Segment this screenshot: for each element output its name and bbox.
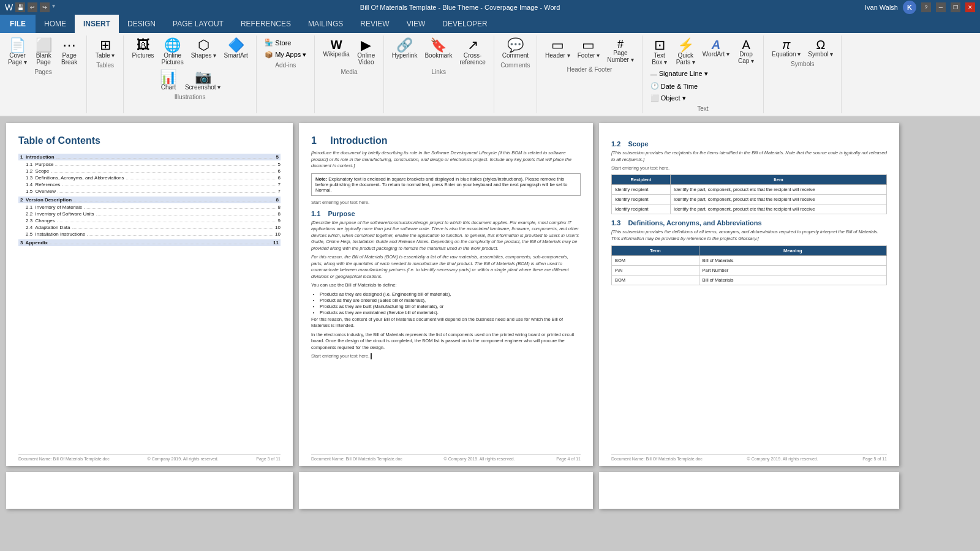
footer-btn[interactable]: ▭ Footer ▾ bbox=[575, 37, 603, 65]
tab-view[interactable]: VIEW bbox=[398, 15, 434, 33]
ribbon-group-text: ⊡ TextBox ▾ ⚡ QuickParts ▾ A WordArt ▾ A… bbox=[643, 36, 764, 113]
table-row: BOM Bill of Materials bbox=[612, 276, 887, 285]
toc-items: 1 Introduction51.1 Purpose51.2 Scope61.3… bbox=[18, 154, 281, 246]
toc-item: 3 Appendix11 bbox=[18, 239, 281, 246]
tab-home[interactable]: HOME bbox=[36, 15, 75, 33]
comment-btn[interactable]: 💬 Comment bbox=[499, 37, 532, 61]
toc-item: 1.4 References7 bbox=[18, 182, 281, 187]
tab-developer[interactable]: DEVELOPER bbox=[434, 15, 496, 33]
user-name: Ivan Walsh bbox=[865, 4, 898, 11]
page-partial-1 bbox=[6, 472, 293, 509]
help-btn[interactable]: ? bbox=[921, 2, 931, 12]
purpose-text5: In the electronics industry, the Bill of… bbox=[311, 332, 581, 351]
online-pictures-btn[interactable]: 🌐 OnlinePictures bbox=[159, 37, 187, 67]
tab-design[interactable]: DESIGN bbox=[119, 15, 164, 33]
ribbon-content: 📄 CoverPage ▾ ⬜ BlankPage ⋯ PageBreak Pa… bbox=[0, 33, 980, 116]
document-area[interactable]: Table of Contents 1 Introduction51.1 Pur… bbox=[0, 117, 980, 551]
doc-row-1: Table of Contents 1 Introduction51.1 Pur… bbox=[6, 123, 974, 466]
table-row: Identify recipient Identify the part, co… bbox=[612, 204, 887, 214]
intro-placeholder: Start entering your text here. bbox=[311, 200, 581, 205]
page-partial-2 bbox=[299, 472, 593, 509]
redo-btn[interactable]: ↪ bbox=[40, 2, 50, 12]
defs-heading: 1.3 Definitions, Acronyms, and Abbreviat… bbox=[611, 219, 887, 227]
purpose-bullets: Products as they are designed (i.e. Engi… bbox=[311, 291, 581, 315]
wordart-btn[interactable]: A WordArt ▾ bbox=[699, 37, 733, 67]
page-break-btn[interactable]: ⋯ PageBreak bbox=[57, 37, 81, 67]
doc-row-2 bbox=[6, 472, 974, 509]
page-number-btn[interactable]: # PageNumber ▾ bbox=[604, 37, 636, 65]
minimize-btn[interactable]: ─ bbox=[936, 2, 946, 12]
cover-page-btn[interactable]: 📄 CoverPage ▾ bbox=[5, 37, 30, 67]
tab-review[interactable]: REVIEW bbox=[352, 15, 398, 33]
pictures-btn[interactable]: 🖼 Pictures bbox=[129, 37, 157, 67]
text-box-btn[interactable]: ⊡ TextBox ▾ bbox=[647, 37, 672, 67]
table-row: Identify recipient Identify the part, co… bbox=[612, 195, 887, 204]
wikipedia-btn[interactable]: W Wikipedia bbox=[320, 37, 352, 67]
shapes-btn[interactable]: ⬡ Shapes ▾ bbox=[188, 37, 220, 67]
restore-btn[interactable]: ❐ bbox=[951, 2, 960, 12]
ribbon-group-media: W Wikipedia ▶ OnlineVideo Media bbox=[315, 36, 383, 113]
toc-item: 2.1 Inventory of Materials8 bbox=[18, 204, 281, 210]
intro-heading: 1 Introduction bbox=[311, 135, 581, 146]
signature-line-btn[interactable]: —Signature Line ▾ bbox=[647, 68, 711, 80]
purpose-text1: [Describe the purpose of the software/co… bbox=[311, 220, 581, 252]
ribbon-group-illustrations: 🖼 Pictures 🌐 OnlinePictures ⬡ Shapes ▾ 🔷… bbox=[124, 36, 257, 113]
intro-text: [Introduce the document by briefly descr… bbox=[311, 150, 581, 170]
toc-item: 1.5 Overview7 bbox=[18, 189, 281, 194]
toc-title: Table of Contents bbox=[18, 135, 281, 146]
scope-placeholder: Start entering your text here. bbox=[611, 165, 887, 171]
hyperlink-btn[interactable]: 🔗 Hyperlink bbox=[389, 37, 421, 67]
ribbon-group-symbols: π Equation ▾ Ω Symbol ▾ Symbols bbox=[764, 36, 842, 113]
screenshot-btn[interactable]: 📷 Screenshot ▾ bbox=[182, 69, 224, 92]
scope-table: Recipient Item Identify recipient Identi… bbox=[611, 174, 887, 214]
undo-btn[interactable]: ↩ bbox=[28, 2, 37, 12]
table-btn[interactable]: ⊞ Table ▾ bbox=[92, 37, 118, 61]
ribbon-group-comments: 💬 Comment Comments bbox=[494, 36, 537, 113]
object-btn[interactable]: ⬜Object ▾ bbox=[647, 92, 711, 104]
online-video-btn[interactable]: ▶ OnlineVideo bbox=[354, 37, 379, 67]
toc-item: 2 Version Description8 bbox=[18, 197, 281, 203]
ribbon-group-links: 🔗 Hyperlink 🔖 Bookmark ↗ Cross-reference… bbox=[384, 36, 494, 113]
ribbon-tabs: FILE HOME INSERT DESIGN PAGE LAYOUT REFE… bbox=[0, 15, 980, 33]
table-row: BOM Bill of Materials bbox=[612, 256, 887, 266]
toc-item: 1.3 Definitions, Acronyms, and Abbreviat… bbox=[18, 175, 281, 181]
user-avatar: K bbox=[903, 1, 916, 14]
chart-btn[interactable]: 📊 Chart bbox=[156, 69, 181, 92]
scope-page: 1.2 Scope [This subsection provides the … bbox=[599, 123, 899, 466]
close-btn[interactable]: ✕ bbox=[965, 2, 975, 12]
header-btn[interactable]: ▭ Header ▾ bbox=[542, 37, 573, 65]
scope-intro: [This subsection provides the recipients… bbox=[611, 150, 887, 163]
my-apps-btn[interactable]: 📦 My Apps ▾ bbox=[262, 49, 309, 61]
tab-page-layout[interactable]: PAGE LAYOUT bbox=[164, 15, 232, 33]
quick-parts-btn[interactable]: ⚡ QuickParts ▾ bbox=[673, 37, 698, 67]
quick-save-btn[interactable]: 💾 bbox=[15, 2, 25, 12]
toc-page-footer: Document Name: Bill Of Materials Templat… bbox=[18, 454, 281, 461]
toc-item: 1 Introduction5 bbox=[18, 154, 281, 160]
tab-mailings[interactable]: MAILINGS bbox=[300, 15, 352, 33]
scope-heading: 1.2 Scope bbox=[611, 140, 887, 148]
tab-references[interactable]: REFERENCES bbox=[232, 15, 300, 33]
intro-note: Note: Explanatory text is enclosed in sq… bbox=[311, 173, 581, 196]
equation-btn[interactable]: π Equation ▾ bbox=[769, 37, 804, 59]
scope-page-footer: Document Name: Bill Of Materials Templat… bbox=[611, 454, 887, 461]
toc-page: Table of Contents 1 Introduction51.1 Pur… bbox=[6, 123, 293, 466]
ribbon-group-pages: 📄 CoverPage ▾ ⬜ BlankPage ⋯ PageBreak Pa… bbox=[0, 36, 87, 113]
defs-table: Term Meaning BOM Bill of Materials P/N P… bbox=[611, 246, 887, 285]
symbol-btn[interactable]: Ω Symbol ▾ bbox=[805, 37, 836, 59]
tab-file[interactable]: FILE bbox=[0, 15, 36, 33]
dropcap-btn[interactable]: A DropCap ▾ bbox=[734, 37, 758, 67]
ribbon-group-addins: 🏪 Store 📦 My Apps ▾ Add-ins bbox=[257, 36, 315, 113]
ribbon-group-tables: ⊞ Table ▾ Tables bbox=[87, 36, 124, 113]
date-time-btn[interactable]: 🕐Date & Time bbox=[647, 80, 711, 92]
purpose-text4: For this reason, the content of your Bil… bbox=[311, 317, 581, 329]
smartart-btn[interactable]: 🔷 SmartArt bbox=[221, 37, 251, 67]
bookmark-btn[interactable]: 🔖 Bookmark bbox=[421, 37, 455, 67]
toc-item: 2.3 Changes9 bbox=[18, 218, 281, 223]
defs-intro: [This subsection provides the definition… bbox=[611, 229, 887, 242]
tab-insert[interactable]: INSERT bbox=[75, 15, 119, 33]
cross-reference-btn[interactable]: ↗ Cross-reference bbox=[456, 37, 488, 67]
toc-item: 2.2 Inventory of Software Units8 bbox=[18, 211, 281, 217]
ribbon: FILE HOME INSERT DESIGN PAGE LAYOUT REFE… bbox=[0, 15, 980, 117]
store-btn[interactable]: 🏪 Store bbox=[262, 37, 294, 48]
blank-page-btn[interactable]: ⬜ BlankPage bbox=[31, 37, 56, 67]
